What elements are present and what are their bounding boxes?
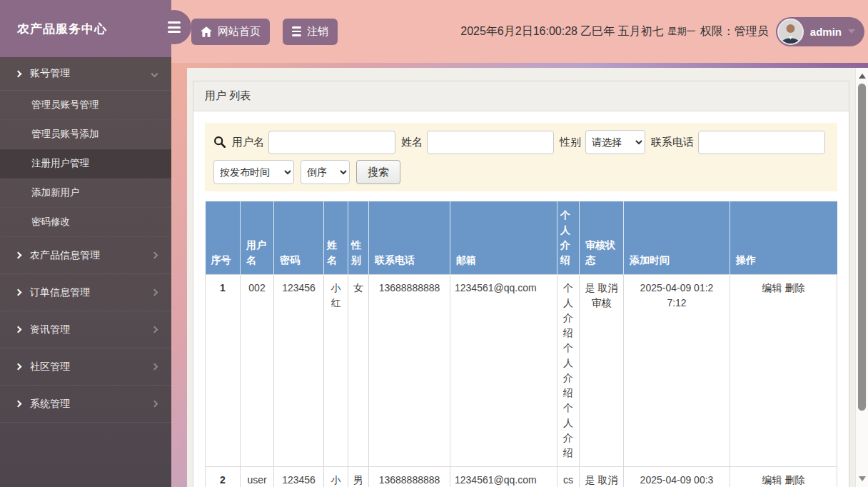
- cell-name: 小明: [324, 467, 348, 487]
- header-phone: 联系电话: [369, 201, 450, 275]
- home-button[interactable]: 网站首页: [191, 19, 270, 45]
- cell-name: 小红: [324, 275, 348, 467]
- sort-order-select[interactable]: 倒序: [301, 160, 350, 184]
- delete-link[interactable]: 删除: [784, 474, 804, 486]
- username-search-input[interactable]: [268, 131, 395, 154]
- cell-email: 1234561@qq.com: [450, 467, 557, 487]
- cancel-audit-link[interactable]: 取消审核: [592, 474, 618, 487]
- user-list-card: 用户 列表 用户名 姓名 性别 请选择 联系电话: [193, 81, 849, 487]
- cell-added-time: 2025-04-09 01:27:12: [624, 275, 730, 467]
- chevron-right-icon: [15, 401, 22, 408]
- avatar: [777, 19, 804, 45]
- logout-button[interactable]: 注销: [283, 19, 338, 45]
- header-audit-status: 审核状态: [580, 201, 624, 275]
- sidebar-subitem-add-new-user[interactable]: 添加新用户: [0, 179, 171, 208]
- sidebar-subitem-admin-account-management[interactable]: 管理员账号管理: [0, 91, 171, 120]
- chevron-right-icon: [15, 70, 22, 77]
- delete-link[interactable]: 删除: [784, 282, 804, 293]
- chevron-right-icon: [151, 326, 158, 333]
- home-button-label: 网站首页: [218, 25, 261, 39]
- user-table: 序号 用户名 密码 姓名 性别 联系电话 邮箱 个人介绍 审核状态 添加时间 操…: [205, 201, 837, 487]
- avatar-photo: [779, 20, 802, 44]
- chevron-right-icon: [151, 363, 158, 371]
- search-button[interactable]: 搜索: [356, 160, 400, 184]
- header-gender: 性别: [348, 201, 369, 275]
- edit-link[interactable]: 编辑: [762, 282, 782, 293]
- username-label: admin: [810, 26, 842, 38]
- chevron-right-icon: [15, 326, 22, 333]
- header-username: 用户名: [241, 201, 274, 275]
- role-text: 权限：管理员: [700, 24, 769, 39]
- card-body: 用户名 姓名 性别 请选择 联系电话 按发布时间 倒序: [193, 111, 849, 487]
- sidebar-subitem-label: 注册用户管理: [31, 157, 89, 170]
- sort-field-select[interactable]: 按发布时间: [213, 160, 294, 184]
- search-form: 用户名 姓名 性别 请选择 联系电话 按发布时间 倒序: [205, 123, 837, 191]
- logout-button-label: 注销: [307, 25, 328, 39]
- sidebar-item-label: 系统管理: [30, 398, 70, 411]
- topbar: 网站首页 注销 2025年6月2日16:00:28 乙巳年 五月初七 星期一 权…: [171, 0, 868, 63]
- sidebar-item-label: 资讯管理: [30, 323, 70, 336]
- header-password: 密码: [274, 201, 324, 275]
- cell-index: 2: [206, 467, 241, 487]
- gender-select[interactable]: 请选择: [585, 130, 645, 154]
- chevron-right-icon: [151, 401, 158, 408]
- cell-added-time: 2025-04-09 00:38:55: [624, 467, 730, 487]
- name-search-input[interactable]: [427, 131, 554, 154]
- search-icon: [213, 136, 226, 149]
- chevron-right-icon: [151, 252, 158, 259]
- header-actions: 操作: [730, 201, 837, 275]
- header-name: 姓名: [324, 201, 348, 275]
- user-menu[interactable]: admin: [776, 17, 864, 46]
- scroll-down-arrow-icon[interactable]: [859, 476, 866, 481]
- cell-index: 1: [206, 275, 241, 467]
- sidebar-subitem-registered-user-management[interactable]: 注册用户管理: [0, 149, 171, 179]
- table-row: 2 user 123456 小明 男 13688888888 1234561@q…: [206, 467, 837, 487]
- cell-intro: 个人介绍个人介绍个人介绍: [557, 275, 580, 467]
- sidebar-menu: 账号管理 管理员账号管理 管理员账号添加 注册用户管理 添加新用户 密码修改 农…: [0, 57, 171, 423]
- sidebar: 农产品服务中心 账号管理 管理员账号管理 管理员账号添加 注册用户管理 添加新用…: [0, 0, 171, 487]
- app-title: 农产品服务中心: [17, 21, 107, 37]
- sidebar-subitem-admin-account-add[interactable]: 管理员账号添加: [0, 120, 171, 149]
- chevron-right-icon: [15, 289, 22, 296]
- sidebar-item-label: 账号管理: [30, 67, 70, 80]
- list-icon: [292, 26, 301, 36]
- header-intro: 个人介绍: [557, 201, 580, 275]
- cell-audit-status: 是 取消审核: [580, 275, 624, 467]
- sidebar-subitem-label: 管理员账号添加: [31, 128, 99, 141]
- chevron-right-icon: [151, 289, 158, 296]
- sidebar-item-community-management[interactable]: 社区管理: [0, 348, 171, 386]
- scrollbar[interactable]: [855, 68, 868, 487]
- sidebar-item-account-management[interactable]: 账号管理: [0, 57, 171, 91]
- page-title: 用户 列表: [193, 81, 849, 111]
- sidebar-item-order-info-management[interactable]: 订单信息管理: [0, 274, 171, 311]
- hamburger-icon: [168, 21, 181, 24]
- search-row-2: 按发布时间 倒序 搜索: [212, 160, 830, 184]
- cell-email: 1234561@qq.com: [450, 275, 557, 467]
- sidebar-item-system-management[interactable]: 系统管理: [0, 386, 171, 423]
- scrollbar-thumb[interactable]: [858, 84, 866, 411]
- sidebar-item-label: 社区管理: [30, 361, 70, 373]
- phone-search-input[interactable]: [698, 131, 825, 154]
- sidebar-subitem-label: 管理员账号管理: [31, 99, 99, 111]
- name-search-label: 姓名: [401, 136, 423, 149]
- sidebar-item-label: 农产品信息管理: [30, 249, 100, 262]
- edit-link[interactable]: 编辑: [762, 474, 782, 486]
- cell-password: 123456: [274, 275, 324, 467]
- cell-actions: 编辑 删除: [730, 467, 837, 487]
- header-index: 序号: [206, 201, 241, 275]
- sidebar-item-product-info-management[interactable]: 农产品信息管理: [0, 237, 171, 274]
- scroll-up-arrow-icon[interactable]: [859, 74, 866, 79]
- chevron-right-icon: [15, 363, 22, 371]
- cancel-audit-link[interactable]: 取消审核: [592, 282, 618, 308]
- search-row-1: 用户名 姓名 性别 请选择 联系电话: [212, 130, 830, 154]
- username-search-label: 用户名: [232, 136, 264, 149]
- weekday-text: 星期一: [668, 25, 696, 38]
- sidebar-item-news-management[interactable]: 资讯管理: [0, 311, 171, 348]
- sidebar-toggle-button[interactable]: [157, 10, 191, 44]
- audit-value: 是: [585, 474, 595, 486]
- sidebar-subitem-change-password[interactable]: 密码修改: [0, 208, 171, 237]
- gender-search-label: 性别: [560, 136, 581, 149]
- topbar-right: 2025年6月2日16:00:28 乙巳年 五月初七 星期一 权限：管理员 ad…: [460, 17, 868, 46]
- phone-search-label: 联系电话: [651, 136, 694, 149]
- cell-phone: 13688888888: [369, 467, 450, 487]
